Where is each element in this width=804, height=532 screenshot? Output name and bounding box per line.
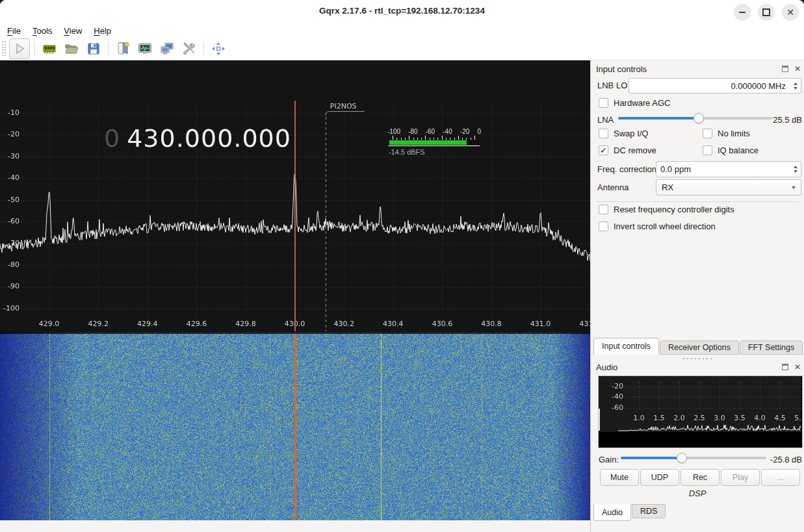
meter-bar [389,140,479,145]
toolbar-separator [34,42,35,56]
no-limits-label: No limits [718,129,750,138]
audio-fft-display[interactable] [598,375,803,448]
hardware-agc-checkbox[interactable] [599,98,608,108]
dock-close-icon[interactable]: ✕ [794,65,801,73]
fullscreen-arrows-icon [211,41,226,57]
dock-tab-bar: Input controls Receiver Options FFT Sett… [593,338,803,355]
mute-button[interactable]: Mute [600,469,639,486]
menu-tools[interactable]: Tools [27,25,58,37]
dc-remove-checkbox[interactable]: ✓ [599,146,608,155]
close-icon: ✕ [786,8,794,17]
dsp-scope-icon [137,41,153,57]
toolbar-drag-handle[interactable] [1,41,6,57]
reset-digits-label: Reset frequency controller digits [614,205,734,214]
dock-float-icon[interactable] [782,66,788,72]
splitter-handle[interactable] [682,357,713,360]
remote-control-icon [159,41,175,57]
freq-correction-spinbox[interactable]: 0.0 ppm [656,161,801,177]
rec-button[interactable]: Rec [681,469,720,486]
open-folder-icon [64,41,79,57]
titlebar[interactable]: Gqrx 2.17.6 - rtl_tcp=192.168.12.70:1234… [0,0,804,24]
remote-control-button[interactable] [157,39,177,58]
dock-close-icon[interactable]: ✕ [794,363,801,371]
gain-slider-handle[interactable] [677,453,687,463]
invert-scroll-label: Invert scroll wheel direction [614,222,716,231]
maximize-icon [762,8,770,16]
play-button[interactable]: Play [721,469,760,486]
invert-scroll-checkbox[interactable] [599,222,608,231]
minimize-button[interactable] [734,4,751,21]
dsp-label: DSP [591,488,804,498]
udp-button[interactable]: UDP [640,469,679,486]
toolbar-separator [108,42,109,56]
dc-remove-label: DC remove [614,146,656,155]
gain-label: Gain: [599,455,619,464]
io-devices-icon [42,41,57,57]
frequency-digits[interactable]: 430.000.000 [127,124,291,153]
audio-buttons: Mute UDP Rec Play ... [600,469,800,486]
spin-up-icon[interactable] [794,166,798,168]
meter-ticks [393,136,476,140]
minimize-icon [739,12,746,13]
swap-iq-checkbox[interactable] [599,129,608,138]
audio-fft-canvas[interactable] [599,376,801,446]
menubar: File Tools View Help [0,24,804,38]
tab-receiver-options[interactable]: Receiver Options [660,340,739,355]
right-panel: Input controls ✕ LNB LO 0.000000 MHz Har… [590,60,804,532]
tab-rds[interactable]: RDS [632,504,666,518]
no-limits-checkbox[interactable] [703,129,712,138]
iq-balance-checkbox[interactable] [703,146,712,155]
freq-correction-spin-arrows[interactable] [790,162,801,177]
freq-correction-label: Freq. correction [597,164,656,174]
menu-help[interactable]: Help [88,25,117,37]
menu-file[interactable]: File [1,25,27,37]
lnb-lo-spinbox[interactable]: 0.000000 MHz [629,78,801,94]
iq-balance-label: IQ balance [718,146,759,155]
lna-slider[interactable] [618,112,773,124]
freq-correction-value[interactable]: 0.0 ppm [656,164,790,174]
menu-view[interactable]: View [58,25,88,37]
bookmarks-button[interactable] [113,39,133,58]
spin-down-icon[interactable] [794,170,798,173]
fullscreen-button[interactable] [209,39,228,58]
spin-down-icon[interactable] [794,87,798,90]
reset-digits-checkbox[interactable] [599,205,608,214]
waterfall-display[interactable] [0,332,590,520]
frequency-display[interactable]: 0430.000.000 [104,124,291,153]
lna-label: LNA [597,115,614,125]
spectrum-canvas[interactable] [0,60,590,332]
tab-audio[interactable]: Audio [593,504,631,521]
dsp-settings-button[interactable] [135,39,155,58]
more-options-button[interactable]: ... [761,469,800,486]
tab-input-controls[interactable]: Input controls [593,338,659,355]
input-controls-title: Input controls [596,64,782,74]
lnb-lo-label: LNB LO [597,81,627,90]
lnb-lo-value[interactable]: 0.000000 MHz [629,81,790,91]
play-icon [12,42,27,56]
window-title: Gqrx 2.17.6 - rtl_tcp=192.168.12.70:1234 [0,6,804,16]
save-floppy-icon [86,41,101,57]
frequency-dim-digit[interactable]: 0 [104,124,120,153]
lna-slider-handle[interactable] [694,113,704,123]
start-dsp-button[interactable] [9,38,30,59]
gain-value: -25.8 dB [768,455,802,464]
toolbar [0,38,804,60]
lnb-lo-spin-arrows[interactable] [790,79,801,93]
tab-fft-settings[interactable]: FFT Settings [740,340,803,355]
open-file-button[interactable] [62,39,81,58]
close-button[interactable]: ✕ [782,4,799,21]
configure-io-devices-button[interactable] [40,39,59,58]
antenna-label: Antenna [597,183,629,192]
tools-button[interactable] [179,39,199,58]
tools-icon [181,41,197,57]
input-controls-dock-title: Input controls ✕ [596,63,801,75]
save-file-button[interactable] [84,39,103,58]
maximize-button[interactable] [758,4,775,21]
spectrum-plotter[interactable]: 0430.000.000 -100-80-60-40-200 -14.5 dBF… [0,60,590,332]
gain-slider[interactable] [621,452,766,464]
antenna-value: RX [662,183,792,192]
dock-float-icon[interactable] [782,364,788,370]
bookmarks-icon [115,41,131,57]
antenna-combobox[interactable]: RX [656,179,801,196]
spin-up-icon[interactable] [794,82,798,85]
